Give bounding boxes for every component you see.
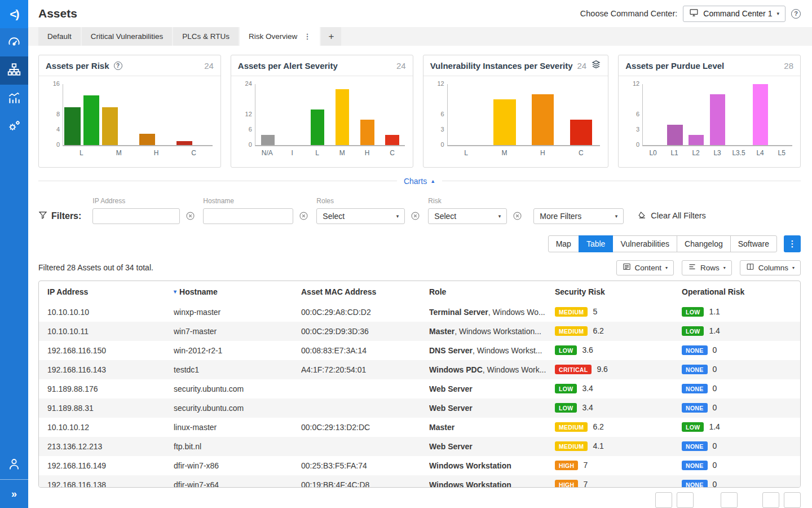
- view-tab-map[interactable]: Map: [548, 235, 579, 252]
- table-row[interactable]: 10.10.10.11win7-master00:0C:29:D9:3D:36M…: [39, 322, 800, 341]
- pagination-button[interactable]: [762, 492, 779, 508]
- chart-bar[interactable]: [64, 107, 80, 146]
- column-header-ip-address[interactable]: IP Address: [47, 287, 174, 296]
- cell-role: Web Server: [429, 384, 555, 393]
- charts-collapse-toggle[interactable]: Charts ▲: [397, 177, 442, 186]
- clear-roles-filter-icon[interactable]: [411, 211, 420, 221]
- table-row[interactable]: 192.168.116.138dfir-win7-x6400:19:BB:4F:…: [39, 475, 800, 488]
- view-tab-vulnerabilities[interactable]: Vulnerabilities: [612, 235, 677, 252]
- operational-risk-score: 1.4: [709, 326, 720, 335]
- y-axis-tick-label: 6: [426, 111, 444, 118]
- chart-bar[interactable]: [493, 99, 515, 145]
- columns-button[interactable]: Columns▾: [740, 260, 801, 275]
- tab-default[interactable]: Default: [38, 27, 81, 46]
- tab-plcs-rtus[interactable]: PLCs & RTUs: [173, 27, 239, 46]
- chart-bar[interactable]: [710, 94, 725, 145]
- chart-bar[interactable]: [311, 110, 324, 145]
- security-risk-score: 7: [583, 461, 588, 470]
- tab-critical-vulnerabilities[interactable]: Critical Vulnerabilities: [82, 27, 173, 46]
- chart-total: 24: [204, 61, 214, 71]
- chart-bar[interactable]: [83, 95, 99, 145]
- table-row[interactable]: 213.136.12.213ftp.bit.nlWeb ServerMEDIUM…: [39, 437, 800, 456]
- clear-all-filters-button[interactable]: Clear All Filters: [637, 210, 706, 221]
- add-tab-button[interactable]: +: [321, 27, 341, 46]
- pagination-button[interactable]: [677, 492, 694, 508]
- cell-security-risk: LOW3.4: [555, 384, 682, 394]
- cell-operational-risk: NONE0: [682, 480, 800, 488]
- table-row[interactable]: 192.168.116.143testdc1A4:1F:72:20:54:01W…: [39, 360, 800, 379]
- operational-risk-badge: NONE: [682, 480, 708, 488]
- table-row[interactable]: 192.168.116.150win-2012-r2-100:08:83:E7:…: [39, 341, 800, 360]
- sidebar-item-dashboard[interactable]: [0, 28, 28, 56]
- table-row[interactable]: 10.10.10.12linux-master00:0C:29:13:D2:DC…: [39, 418, 800, 437]
- sidebar-item-settings[interactable]: [0, 113, 28, 141]
- chart-bar[interactable]: [360, 120, 374, 145]
- tab-kebab-icon[interactable]: ⋮: [303, 32, 311, 41]
- x-axis-tick-label: L4: [756, 149, 764, 157]
- chevron-down-icon: ▾: [665, 265, 668, 270]
- operational-risk-score: 0: [713, 441, 717, 450]
- column-header-hostname[interactable]: ▾Hostname: [174, 287, 301, 296]
- command-center-dropdown[interactable]: Command Center 1 ▾: [683, 6, 785, 22]
- layers-icon[interactable]: [591, 59, 601, 72]
- column-header-asset-mac-address[interactable]: Asset MAC Address: [301, 287, 429, 296]
- help-icon[interactable]: ?: [114, 62, 122, 70]
- column-header-operational-risk[interactable]: Operational Risk: [682, 287, 800, 296]
- summary-row: Filtered 28 Assets out of 34 total. Cont…: [28, 252, 812, 281]
- view-tab-table[interactable]: Table: [579, 235, 613, 252]
- chart-bar[interactable]: [753, 84, 768, 145]
- chart-bar[interactable]: [667, 125, 682, 145]
- chart-bar[interactable]: [261, 135, 275, 145]
- chart-bar[interactable]: [102, 107, 118, 146]
- risk-select[interactable]: Select ▾: [428, 208, 507, 224]
- tab-risk-overview[interactable]: Risk Overview⋮: [240, 27, 320, 46]
- hostname-input[interactable]: [203, 208, 293, 224]
- chevron-up-icon: ▲: [430, 178, 435, 184]
- security-risk-badge: MEDIUM: [555, 441, 588, 451]
- chart-bar[interactable]: [570, 120, 592, 145]
- chart-bar[interactable]: [689, 135, 704, 145]
- table-row[interactable]: 10.10.10.10winxp-master00:0C:29:A8:CD:D2…: [39, 303, 800, 322]
- more-filters-select[interactable]: More Filters ▾: [533, 208, 624, 224]
- chart-bar[interactable]: [336, 89, 349, 145]
- pagination-button[interactable]: [655, 492, 672, 508]
- chart-bar[interactable]: [176, 141, 192, 145]
- rows-button[interactable]: Rows▾: [682, 260, 732, 275]
- chart-bar[interactable]: [532, 94, 554, 145]
- column-header-role[interactable]: Role: [429, 287, 555, 296]
- operational-risk-score: 1.1: [709, 307, 720, 316]
- sidebar-item-assets[interactable]: [0, 56, 28, 85]
- ip-address-input[interactable]: [92, 208, 180, 224]
- sidebar-expand-button[interactable]: »: [0, 480, 28, 508]
- roles-select[interactable]: Select ▾: [316, 208, 405, 224]
- clear-ip-filter-icon[interactable]: [186, 211, 195, 221]
- chart-bar[interactable]: [385, 135, 399, 145]
- cell-ip-address: 10.10.10.10: [47, 308, 174, 317]
- chart-bar[interactable]: [139, 134, 155, 145]
- clear-hostname-filter-icon[interactable]: [299, 211, 308, 221]
- sort-desc-icon[interactable]: ▾: [174, 288, 176, 295]
- pagination-button[interactable]: [721, 492, 738, 508]
- view-tab-software[interactable]: Software: [730, 235, 777, 252]
- help-icon[interactable]: ?: [791, 9, 801, 19]
- clear-risk-filter-icon[interactable]: [513, 211, 522, 221]
- sidebar-item-user[interactable]: [0, 451, 28, 479]
- pagination-button[interactable]: [784, 492, 801, 508]
- content-button[interactable]: Content▾: [616, 260, 674, 275]
- chart-card-vulnerability-instances: Vulnerability Instances per Severity 24 …: [423, 55, 609, 168]
- filters-label: Filters:: [38, 208, 81, 224]
- cell-operational-risk: NONE0: [682, 384, 800, 394]
- table-menu-button[interactable]: ⋮: [784, 235, 801, 252]
- kebab-icon: ⋮: [788, 239, 797, 249]
- column-header-security-risk[interactable]: Security Risk: [555, 287, 682, 296]
- table-row[interactable]: 91.189.88.176security.ubuntu.comWeb Serv…: [39, 379, 800, 398]
- x-axis-tick-label: L: [80, 149, 83, 157]
- x-axis-tick-label: M: [501, 149, 507, 157]
- tab-label: Risk Overview: [249, 32, 297, 41]
- role-secondary: , Windows Workstation...: [454, 327, 541, 336]
- table-row[interactable]: 192.168.116.149dfir-win7-x8600:25:B3:F5:…: [39, 456, 800, 475]
- view-tab-changelog[interactable]: Changelog: [677, 235, 731, 252]
- sidebar-item-reports[interactable]: [0, 85, 28, 113]
- table-row[interactable]: 91.189.88.31security.ubuntu.comWeb Serve…: [39, 398, 800, 418]
- app-logo[interactable]: <): [0, 0, 28, 28]
